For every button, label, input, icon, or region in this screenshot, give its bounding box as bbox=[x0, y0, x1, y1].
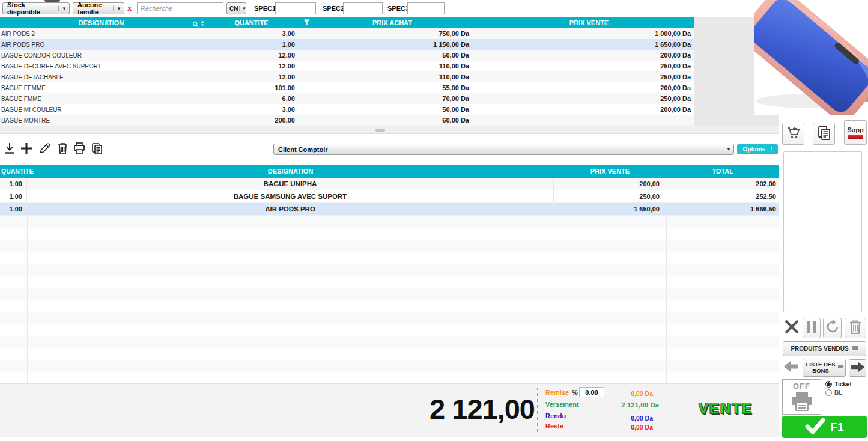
trash-icon bbox=[849, 320, 862, 337]
cell-designation: BAGUE DECOREE AVEC SUPPORT bbox=[0, 61, 202, 71]
cell-quantite: 6.00 bbox=[202, 93, 300, 104]
bl-radio-input[interactable] bbox=[825, 389, 832, 396]
table-row[interactable]: AIR PODS PRO1.001 150,00 Da1 650,00 Da bbox=[0, 39, 694, 50]
table-row[interactable]: BAGUE MI COULEUR3.0050,00 Da200,00 Da bbox=[0, 104, 694, 115]
printer-toggle-button[interactable]: OFF bbox=[782, 379, 821, 415]
product-image bbox=[754, 0, 868, 115]
clear-filter-icon[interactable]: x bbox=[127, 2, 132, 14]
versement-label: Versement bbox=[545, 401, 579, 408]
ticket-radio[interactable]: Ticket bbox=[825, 381, 852, 388]
next-ticket-button[interactable] bbox=[849, 359, 866, 377]
sale-header-designation[interactable]: DESIGNATION bbox=[27, 168, 554, 175]
arrow-left-icon bbox=[783, 360, 799, 376]
previous-ticket-button[interactable] bbox=[783, 359, 800, 376]
cell-prix-vente: 200,00 Da bbox=[484, 82, 694, 93]
cell-total: 202,00 bbox=[666, 178, 779, 190]
produits-vendus-button[interactable]: PRODUITS VENDUS bbox=[783, 341, 866, 356]
sale-toolbar: Client Comptoir ▼ Options ⁞ bbox=[0, 134, 779, 165]
stock-header-designation[interactable]: DESIGNATION ▲▼ bbox=[0, 19, 202, 26]
sale-header-prix-vente[interactable]: PRIX VENTE bbox=[554, 168, 666, 175]
stock-header-prix-vente[interactable]: PRIX VENTE bbox=[484, 19, 694, 26]
cell-designation: BAGUE SAMSUNG AVEC SUPORT bbox=[27, 190, 554, 202]
table-row[interactable]: BAGUE FMME6.0070,00 Da250,00 Da bbox=[0, 93, 694, 104]
spec1-input[interactable] bbox=[275, 2, 316, 14]
cell-prix-achat: 1 150,00 Da bbox=[300, 39, 484, 50]
cell-quantite: 200.00 bbox=[202, 115, 300, 126]
sale-table-empty-area bbox=[0, 216, 779, 383]
add-to-cart-button[interactable] bbox=[782, 123, 804, 145]
remise-input[interactable] bbox=[579, 387, 604, 397]
cell-designation: BAGUE CONDOR COULEUR bbox=[0, 50, 202, 61]
edit-pencil-icon[interactable] bbox=[37, 141, 52, 156]
bl-radio[interactable]: BL bbox=[825, 389, 842, 396]
cell-quantite: 12.00 bbox=[202, 61, 300, 71]
table-row[interactable]: 1.00BAGUE SAMSUNG AVEC SUPORT250,00252,5… bbox=[0, 190, 779, 203]
splitter-handle-icon[interactable] bbox=[375, 129, 385, 132]
table-row[interactable]: AIR PODS 23.00750,00 Da1 000,00 Da bbox=[0, 28, 694, 39]
family-filter-dropdown[interactable]: Aucune famille ▼ bbox=[73, 2, 124, 14]
table-row[interactable]: BAGUE DECOREE AVEC SUPPORT12.00110,00 Da… bbox=[0, 61, 694, 71]
menu-grid-icon bbox=[852, 346, 858, 351]
cancel-button[interactable] bbox=[782, 318, 801, 338]
cell-prix-achat: 110,00 Da bbox=[300, 61, 484, 71]
splitter-bar[interactable] bbox=[0, 126, 779, 134]
clear-ticket-button[interactable] bbox=[845, 318, 866, 338]
duplicate-ticket-button[interactable] bbox=[813, 123, 835, 145]
table-row[interactable]: 1.00AIR PODS PRO1 650,001 666,50 bbox=[0, 203, 779, 216]
validate-key-label: F1 bbox=[830, 421, 843, 434]
documents-icon bbox=[817, 125, 831, 143]
spec2-input[interactable] bbox=[343, 2, 383, 14]
table-row[interactable]: BAGUE CONDOR COULEUR12.0050,00 Da200,00 … bbox=[0, 50, 694, 61]
sale-header-quantite[interactable]: QUANTITE bbox=[0, 168, 27, 175]
options-button[interactable]: Options ⁞ bbox=[737, 144, 778, 154]
sale-header-total[interactable]: TOTAL bbox=[666, 168, 779, 175]
search-input[interactable] bbox=[137, 2, 223, 14]
cell-prix-achat: 70,00 Da bbox=[300, 93, 484, 104]
validate-sale-button[interactable]: F1 bbox=[782, 416, 867, 438]
cell-total: 1 666,50 bbox=[666, 203, 779, 215]
arrow-right-icon bbox=[851, 361, 865, 376]
delete-line-button[interactable]: Supp bbox=[844, 120, 867, 145]
add-icon[interactable] bbox=[19, 141, 34, 156]
chevron-down-icon: ▼ bbox=[113, 6, 121, 11]
refresh-button[interactable] bbox=[823, 318, 842, 338]
spec3-input[interactable] bbox=[407, 2, 445, 14]
cell-prix-vente: 1 650,00 Da bbox=[484, 39, 694, 50]
stock-filter-dropdown[interactable]: Stock disponible ▼ bbox=[2, 2, 70, 14]
client-select[interactable]: Client Comptoir ▼ bbox=[273, 144, 734, 155]
cell-quantite: 1.00 bbox=[0, 203, 27, 215]
print-icon[interactable] bbox=[72, 141, 86, 156]
stock-header-quantite[interactable]: QUANTITE bbox=[202, 19, 300, 26]
totals-footer: 2 121,00 Remise % 0,00 Da Versement 2 12… bbox=[0, 383, 779, 437]
reste-label: Reste bbox=[545, 422, 563, 430]
rendu-label: Rendu bbox=[545, 412, 566, 419]
stock-header-prix-achat[interactable]: PRIX ACHAT bbox=[300, 19, 484, 26]
hold-ticket-button[interactable] bbox=[803, 318, 821, 338]
close-x-icon bbox=[783, 318, 800, 338]
delete-trash-icon[interactable] bbox=[55, 141, 70, 156]
table-row[interactable]: BAGUE DETACHABLE12.00110,00 Da250,00 Da bbox=[0, 71, 694, 82]
cell-quantite: 1.00 bbox=[0, 178, 27, 190]
cell-prix-vente: 250,00 Da bbox=[484, 61, 694, 71]
sale-mode-badge: VENTE bbox=[699, 400, 753, 417]
table-row[interactable]: BAGUE MONTRE200.0060,00 Da bbox=[0, 115, 694, 126]
cell-quantite: 12.00 bbox=[202, 50, 300, 61]
phone-illustration bbox=[754, 0, 868, 115]
code-type-dropdown[interactable]: CN ▼ bbox=[226, 2, 246, 14]
copy-icon[interactable] bbox=[90, 141, 104, 156]
chevron-down-icon: ▼ bbox=[239, 6, 246, 11]
table-row[interactable]: BAGUE FEMME101.0055,00 Da200,00 Da bbox=[0, 82, 694, 93]
liste-des-bons-button[interactable]: LISTE DES BONS bbox=[803, 359, 846, 377]
refresh-icon bbox=[825, 320, 840, 336]
cell-designation: AIR PODS PRO bbox=[0, 39, 202, 50]
table-row[interactable]: 1.00BAGUE UNIPHA200,00202,00 bbox=[0, 178, 779, 190]
cell-prix-achat: 50,00 Da bbox=[300, 104, 484, 115]
download-icon[interactable] bbox=[2, 141, 17, 156]
cell-designation: AIR PODS 2 bbox=[0, 28, 202, 39]
product-preview-panel bbox=[783, 151, 862, 312]
ticket-radio-input[interactable] bbox=[825, 381, 832, 388]
bottom-margin bbox=[0, 437, 868, 441]
code-type-value: CN bbox=[229, 5, 238, 12]
family-filter-value: Aucune famille bbox=[77, 1, 109, 16]
versement-value: 2 121,00 Da bbox=[621, 401, 659, 409]
